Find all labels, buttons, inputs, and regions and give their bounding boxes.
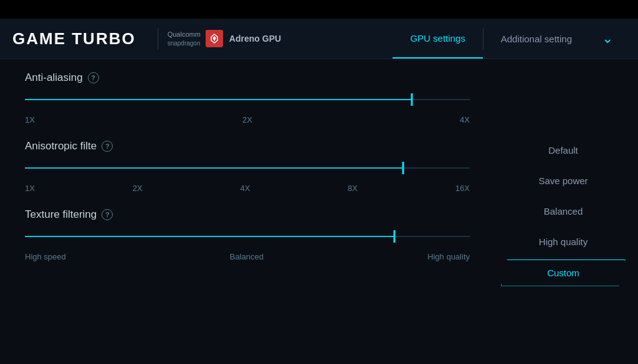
texture-filtering-slider[interactable] [25, 227, 470, 246]
anisotropic-help-icon[interactable]: ? [102, 141, 113, 152]
top-bar [0, 0, 638, 19]
anisotropic-slider[interactable] [25, 159, 470, 177]
tick-4x-aniso: 4X [240, 184, 250, 193]
texture-filtering-row: Texture filtering ? High speed Balanced … [25, 208, 470, 261]
tick-16x-aniso: 16X [455, 184, 470, 193]
anisotropic-track [25, 167, 470, 169]
adreno-label: Adreno GPU [229, 34, 281, 44]
tick-high-quality: High quality [427, 252, 470, 261]
anti-aliasing-slider[interactable] [25, 90, 470, 109]
tick-2x-aniso: 2X [133, 184, 143, 193]
right-panel: Default Save power Balanced High quality… [488, 59, 638, 364]
tick-2x: 2X [242, 115, 252, 124]
preset-default[interactable]: Default [501, 138, 626, 163]
anisotropic-ticks: 1X 2X 4X 8X 16X [25, 184, 470, 193]
texture-filtering-help-icon[interactable]: ? [102, 209, 113, 220]
nav-chevron-down-icon[interactable]: ⌄ [589, 30, 626, 47]
anisotropic-label: Anisotropic filte ? [25, 140, 470, 152]
anti-aliasing-row: Anti-aliasing ? 1X 2X 4X [25, 72, 470, 124]
header: GAME TURBO Qualcomm snapdragon Adreno GP… [0, 19, 638, 59]
anti-aliasing-ticks: 1X 2X 4X [25, 115, 470, 124]
tick-1x: 1X [25, 115, 35, 124]
tick-4x: 4X [460, 115, 470, 124]
tick-8x-aniso: 8X [348, 184, 358, 193]
anisotropic-row: Anisotropic filte ? 1X 2X 4X 8X 16X [25, 140, 470, 193]
anti-aliasing-help-icon[interactable]: ? [88, 72, 99, 83]
preset-save-power[interactable]: Save power [501, 168, 626, 194]
app-title: GAME TURBO [12, 29, 136, 49]
anisotropic-fill [25, 167, 403, 169]
texture-filtering-label: Texture filtering ? [25, 208, 470, 221]
qualcomm-label: Qualcomm [168, 30, 201, 39]
tick-1x-aniso: 1X [25, 184, 35, 193]
preset-high-quality[interactable]: High quality [501, 229, 626, 254]
snapdragon-icon [206, 30, 223, 47]
qualcomm-badge: Qualcomm snapdragon [168, 30, 223, 47]
texture-filtering-track [25, 236, 470, 237]
tick-balanced: Balanced [230, 252, 264, 261]
main-content: Anti-aliasing ? 1X 2X 4X Anisotropic fil… [0, 59, 638, 364]
preset-custom-button[interactable]: Custom [501, 259, 626, 286]
snapdragon-label: snapdragon [168, 39, 201, 47]
left-panel: Anti-aliasing ? 1X 2X 4X Anisotropic fil… [0, 59, 488, 364]
anti-aliasing-fill [25, 99, 412, 100]
texture-filtering-ticks: High speed Balanced High quality [25, 252, 470, 261]
nav-additional-settings[interactable]: Additional setting [483, 19, 589, 58]
header-divider-1 [158, 28, 158, 50]
texture-filtering-thumb [393, 230, 395, 243]
header-nav: GPU settings Additional setting ⌄ [393, 19, 626, 58]
texture-filtering-fill [25, 236, 394, 237]
anti-aliasing-track [25, 99, 470, 100]
anti-aliasing-thumb [411, 93, 413, 106]
anisotropic-thumb [402, 162, 404, 174]
anti-aliasing-label: Anti-aliasing ? [25, 72, 470, 84]
nav-gpu-settings[interactable]: GPU settings [393, 19, 482, 58]
tick-high-speed: High speed [25, 252, 66, 261]
preset-balanced[interactable]: Balanced [501, 198, 626, 224]
